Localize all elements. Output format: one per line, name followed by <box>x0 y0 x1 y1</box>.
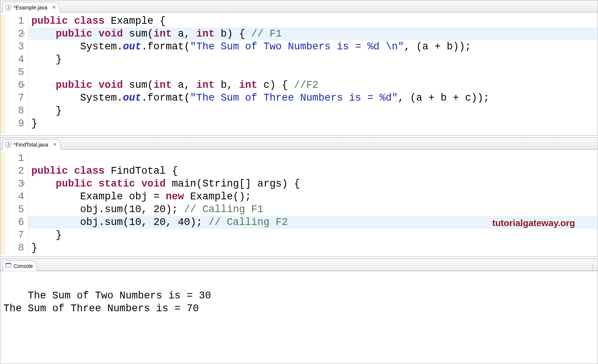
editor-pane-example: J *Example.java ✕ 12⊖3456⊖789 public cla… <box>0 0 598 136</box>
console-text: The Sum of Two Numbers is = 30 The Sum o… <box>3 290 211 314</box>
code-line[interactable]: } <box>31 53 598 66</box>
gutter-line: 2 <box>0 165 24 177</box>
code-line[interactable]: System.out.format("The Sum of Three Numb… <box>31 92 598 104</box>
gutter-line: 7 <box>0 229 24 242</box>
tab-bar: J *FindTotal.java ✕ <box>0 138 598 150</box>
tab-bar: Console <box>0 259 598 271</box>
console-output[interactable]: ⋮The Sum of Two Numbers is = 30 The Sum … <box>0 271 598 364</box>
code-line[interactable]: } <box>31 242 598 254</box>
toolbar-overflow-icon[interactable]: ⋮ <box>590 261 595 274</box>
gutter-line: 3⊖ <box>0 177 24 190</box>
code-editor[interactable]: 123⊖45678 public class FindTotal { publi… <box>0 150 598 257</box>
tab-label: Console <box>14 263 33 269</box>
gutter-line: 3 <box>0 40 24 53</box>
tab-label: *Example.java <box>14 5 48 11</box>
code-line[interactable]: public class Example { <box>31 15 598 28</box>
java-file-icon: J <box>5 5 11 11</box>
console-icon <box>5 262 11 269</box>
code-line[interactable]: } <box>31 117 598 130</box>
gutter-line: 5 <box>0 203 24 216</box>
close-icon[interactable]: ✕ <box>52 5 56 10</box>
code-editor[interactable]: 12⊖3456⊖789 public class Example { publi… <box>0 12 598 135</box>
gutter-line: 9 <box>0 117 24 130</box>
code-body[interactable]: public class Example { public void sum(i… <box>28 15 598 133</box>
tab-findtotal-java[interactable]: J *FindTotal.java ✕ <box>3 139 61 150</box>
close-icon[interactable]: ✕ <box>53 142 57 147</box>
gutter-line: 4 <box>0 190 24 203</box>
gutter-line: 8 <box>0 242 24 254</box>
code-line[interactable] <box>31 152 598 165</box>
gutter-line: 1 <box>0 152 24 165</box>
svg-text:J: J <box>7 5 9 10</box>
code-line[interactable]: Example obj = new Example(); <box>31 190 598 203</box>
gutter-line: 8 <box>0 104 24 117</box>
console-pane: Console ⋮The Sum of Two Numbers is = 30 … <box>0 258 598 364</box>
code-line[interactable]: System.out.format("The Sum of Two Number… <box>31 40 598 53</box>
gutter-line: 7 <box>0 92 24 104</box>
line-gutter: 123⊖45678 <box>0 152 28 254</box>
svg-text:J: J <box>7 142 9 147</box>
gutter-line: 4 <box>0 53 24 66</box>
gutter-line: 1 <box>0 15 24 28</box>
fold-toggle-icon[interactable]: ⊖ <box>22 181 25 187</box>
editor-pane-findtotal: J *FindTotal.java ✕ 123⊖45678 public cla… <box>0 137 598 257</box>
fold-toggle-icon[interactable]: ⊖ <box>22 83 25 88</box>
code-line[interactable] <box>31 66 598 79</box>
gutter-line: 6 <box>0 216 24 229</box>
tab-example-java[interactable]: J *Example.java ✕ <box>3 2 60 12</box>
fold-toggle-icon[interactable]: ⊖ <box>22 31 25 37</box>
tab-label: *FindTotal.java <box>14 142 48 148</box>
watermark-text: tutorialgateway.org <box>492 217 575 229</box>
code-line[interactable]: public class FindTotal { <box>31 165 598 177</box>
gutter-line: 6⊖ <box>0 79 24 92</box>
code-line[interactable]: } <box>31 229 598 242</box>
tab-bar: J *Example.java ✕ <box>0 0 598 12</box>
gutter-line: 2⊖ <box>0 28 24 40</box>
code-line[interactable]: public static void main(String[] args) { <box>31 177 598 190</box>
java-file-icon: J <box>5 142 11 148</box>
line-gutter: 12⊖3456⊖789 <box>0 15 28 133</box>
code-line[interactable]: obj.sum(10, 20); // Calling F1 <box>31 203 598 216</box>
code-line[interactable]: } <box>31 104 598 117</box>
gutter-line: 5 <box>0 66 24 79</box>
code-body[interactable]: public class FindTotal { public static v… <box>28 152 598 254</box>
svg-rect-5 <box>6 263 11 264</box>
code-line[interactable]: public void sum(int a, int b, int c) { /… <box>31 79 598 92</box>
tab-console[interactable]: Console <box>3 260 37 271</box>
